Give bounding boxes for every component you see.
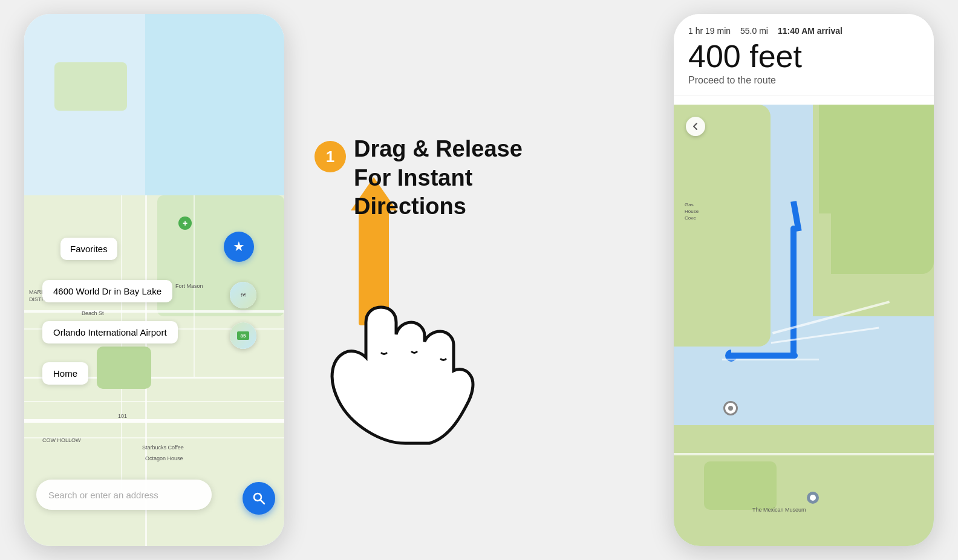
octagon-label: Octagon House [145,455,183,461]
gas-house-label: GasHouseCove [685,201,699,222]
arrival-time: 11:40 AM arrival [778,26,842,36]
map-thumbnail-2[interactable]: 85 [230,322,256,349]
land-left [674,105,771,347]
home-suggestion[interactable]: Home [42,362,88,385]
airport-suggestion[interactable]: Orlando International Airport [42,321,178,343]
favorites-button[interactable]: Favorites [60,238,117,260]
right-phone: 1 hr 19 min 55.0 mi 11:40 AM arrival 400… [674,14,934,546]
route-horizontal [728,353,798,359]
travel-time: 1 hr 19 min [688,26,731,36]
museum-label: The Mexican Museum [752,507,806,513]
search-input-container[interactable]: Search or enter an address [36,480,212,510]
left-phone: MARINADISTRICT COW HOLLOW Bay St Starbuc… [24,14,284,546]
hand-cursor-illustration [296,274,490,458]
back-icon [691,122,700,131]
map-right: GasHouseCove The Mexican Museum [674,105,934,546]
step-number: 1 [314,141,346,172]
road-bottom [674,453,934,455]
star-icon: ★ [233,239,245,255]
search-icon [252,491,266,506]
search-button[interactable] [243,482,275,515]
pier-1 [819,105,843,213]
big-distance: 400 feet [688,39,919,74]
museum-icon [807,492,819,504]
search-bar: Search or enter an address [36,480,272,510]
map-thumb-content-2: 85 [230,322,256,349]
park-area [704,461,777,510]
instruction-text: Drag & Release For Instant Directions [354,135,523,221]
starbucks-label: Starbucks Coffee [142,444,184,451]
back-button[interactable] [686,117,705,136]
map-thumb-content-1: 🗺 [230,282,256,308]
pier-2 [881,105,904,226]
101-label: 101 [118,413,127,419]
map-thumbnail-1[interactable]: 🗺 [230,282,256,308]
fort-mason-label: Fort Mason [175,283,203,289]
nav-header: 1 hr 19 min 55.0 mi 11:40 AM arrival 400… [674,14,934,96]
green-plus-icon: + [178,217,192,230]
nav-stats: 1 hr 19 min 55.0 mi 11:40 AM arrival [688,26,919,36]
road-3 [722,359,819,360]
distance-miles: 55.0 mi [740,26,768,36]
address-suggestion[interactable]: 4600 World Dr in Bay Lake [42,280,172,302]
star-button[interactable]: ★ [224,232,254,262]
nav-instruction: Proceed to the route [688,75,919,86]
annotation-area: 1 Drag & Release For Instant Directions [284,14,674,546]
svg-line-1 [261,500,264,504]
cow-hollow-label: COW HOLLOW [42,437,81,443]
beach-st-label: Beach St [82,310,104,316]
